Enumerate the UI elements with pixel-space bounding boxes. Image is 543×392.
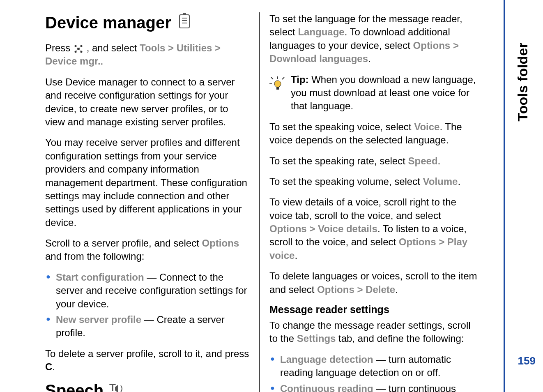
options-term: Options bbox=[202, 238, 239, 249]
term-options: Options bbox=[413, 40, 451, 51]
text: Press bbox=[45, 42, 73, 53]
separator: > bbox=[215, 42, 221, 53]
text: and from the following: bbox=[45, 251, 144, 262]
separator: > bbox=[453, 40, 459, 51]
svg-line-28 bbox=[271, 77, 273, 79]
svg-rect-0 bbox=[179, 15, 189, 28]
section-tab-label: Tools folder bbox=[515, 42, 531, 121]
separator: > bbox=[357, 284, 363, 295]
term-language-detection: Language detection bbox=[280, 354, 373, 365]
separator: > bbox=[439, 236, 444, 247]
separator: > bbox=[168, 42, 174, 53]
device-manager-icon bbox=[177, 12, 192, 33]
r-paragraph-6: To delete languages or voices, scroll to… bbox=[269, 270, 481, 296]
tip-text: Tip: When you download a new language, y… bbox=[291, 73, 481, 113]
dm-paragraph-3: Scroll to a server profile, and select O… bbox=[45, 237, 251, 263]
section-tab: Tools folder bbox=[504, 0, 540, 392]
text: . bbox=[395, 284, 398, 295]
term-options: Options bbox=[399, 236, 436, 247]
text: To view details of a voice, scroll right… bbox=[269, 196, 456, 221]
svg-line-12 bbox=[76, 49, 78, 52]
svg-point-24 bbox=[274, 81, 281, 87]
nav-tools: Tools bbox=[140, 42, 165, 53]
tip-label: Tip: bbox=[291, 74, 309, 85]
term-delete: Delete bbox=[366, 284, 395, 295]
text: tab, and define the following: bbox=[336, 333, 464, 344]
term-language: Language bbox=[298, 26, 344, 37]
r-paragraph-4: To set the speaking volume, select Volum… bbox=[269, 175, 481, 188]
r-paragraph-5: To view details of a voice, scroll right… bbox=[269, 196, 481, 262]
text: . bbox=[458, 176, 460, 187]
text: When you download a new language, you mu… bbox=[291, 74, 476, 112]
term-voice: Voice bbox=[414, 121, 439, 132]
term-new-server-profile: New server profile bbox=[56, 314, 141, 325]
page-number: 159 bbox=[518, 355, 536, 367]
text: . bbox=[101, 55, 104, 67]
key-c: C bbox=[45, 361, 52, 372]
heading-message-reader-settings: Message reader settings bbox=[269, 304, 481, 316]
heading-device-manager: Device manager bbox=[45, 12, 251, 33]
r-paragraph-2: To set the speaking voice, select Voice.… bbox=[269, 120, 481, 147]
tip-block: Tip: When you download a new language, y… bbox=[269, 73, 481, 113]
dm-paragraph-1: Use Device manager to connect to a serve… bbox=[45, 76, 251, 129]
svg-line-10 bbox=[76, 46, 78, 49]
text: To set the speaking volume, select bbox=[269, 176, 423, 187]
dm-press-line: Press , and select Tools > Utilities > D… bbox=[45, 42, 251, 68]
term-voice-details: Voice details bbox=[318, 223, 377, 234]
menu-key-icon bbox=[73, 44, 84, 54]
heading-text: Device manager bbox=[45, 14, 171, 32]
svg-text:T: T bbox=[109, 381, 116, 392]
term-continuous-reading: Continuous reading bbox=[280, 383, 373, 392]
term-settings: Settings bbox=[297, 333, 336, 344]
mrs-list: Language detection — turn automatic read… bbox=[269, 353, 481, 392]
tip-icon bbox=[269, 75, 286, 91]
svg-line-13 bbox=[78, 49, 81, 52]
dm-paragraph-2: You may receive server profiles and diff… bbox=[45, 136, 251, 229]
text: . bbox=[438, 155, 441, 166]
r-paragraph-1: To set the language for the message read… bbox=[269, 12, 481, 66]
svg-line-11 bbox=[78, 46, 81, 49]
text: . bbox=[368, 53, 371, 64]
heading-text: Speech bbox=[45, 381, 104, 392]
text: , and select bbox=[87, 42, 140, 53]
dm-options-list: Start configuration — Connect to the ser… bbox=[45, 271, 251, 340]
text: To set the speaking voice, select bbox=[269, 121, 414, 132]
r-paragraph-3: To set the speaking rate, select Speed. bbox=[269, 154, 481, 168]
speech-icon: T bbox=[109, 381, 127, 392]
page-content: Device manager Press , and select Tools … bbox=[0, 0, 493, 392]
dm-paragraph-4: To delete a server profile, scroll to it… bbox=[45, 347, 251, 374]
term-options: Options bbox=[269, 223, 307, 234]
term-options: Options bbox=[317, 284, 354, 295]
left-column: Device manager Press , and select Tools … bbox=[45, 12, 259, 392]
right-column: To set the language for the message read… bbox=[259, 12, 481, 392]
list-item: Language detection — turn automatic read… bbox=[280, 353, 481, 380]
nav-utilities: Utilities bbox=[177, 42, 212, 53]
text: To delete a server profile, scroll to it… bbox=[45, 348, 249, 359]
term-speed: Speed bbox=[408, 155, 438, 166]
heading-speech: Speech T bbox=[45, 381, 251, 392]
term-volume: Volume bbox=[423, 176, 458, 187]
list-item: Continuous reading — turn continuous rea… bbox=[280, 382, 481, 392]
text: . bbox=[52, 361, 55, 372]
text: Scroll to a server profile, and select bbox=[45, 238, 202, 249]
svg-line-29 bbox=[282, 77, 284, 79]
list-item: Start configuration — Connect to the ser… bbox=[56, 271, 251, 311]
nav-device-mgr: Device mgr. bbox=[45, 55, 101, 67]
term-start-configuration: Start configuration bbox=[56, 272, 144, 283]
term-download-languages: Download languages bbox=[269, 53, 368, 64]
text: . bbox=[295, 250, 297, 261]
r-paragraph-7: To change the message reader settings, s… bbox=[269, 319, 481, 346]
svg-rect-4 bbox=[183, 13, 186, 15]
text: To set the speaking rate, select bbox=[269, 155, 408, 166]
svg-rect-25 bbox=[276, 87, 279, 90]
separator: > bbox=[309, 223, 315, 234]
list-item: New server profile — Create a server pro… bbox=[56, 313, 251, 340]
